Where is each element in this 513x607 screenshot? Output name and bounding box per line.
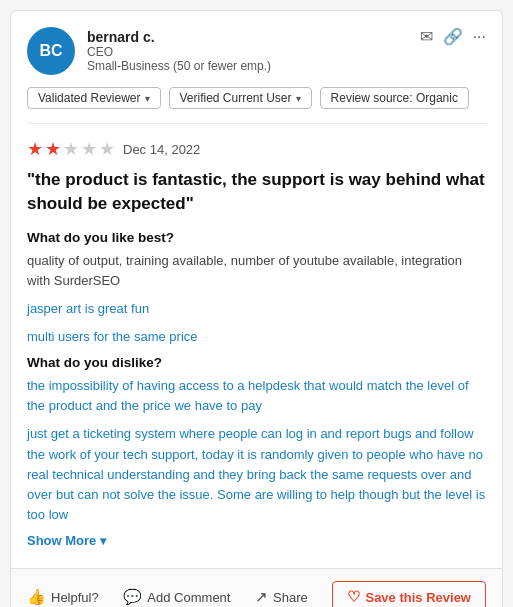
badge-label: Review source: Organic: [331, 91, 458, 105]
add-comment-label: Add Comment: [147, 590, 230, 605]
review-text-likes-extra1: jasper art is great fun: [27, 299, 486, 319]
save-review-label: Save this Review: [365, 590, 471, 605]
helpful-button[interactable]: 👍 Helpful?: [27, 588, 99, 606]
user-info: BC bernard c. CEO Small-Business (50 or …: [27, 27, 271, 75]
comment-icon: 💬: [123, 588, 142, 606]
badge-verified-user[interactable]: Verified Current User ▾: [169, 87, 312, 109]
review-text-dislikes-extra1: just get a ticketing system where people…: [27, 424, 486, 525]
badges: Validated Reviewer ▾ Verified Current Us…: [27, 87, 486, 109]
section-heading-likes: What do you like best?: [27, 230, 486, 245]
share-icon: ↗: [255, 588, 268, 606]
share-button[interactable]: ↗ Share: [255, 588, 308, 606]
review-title: "the product is fantastic, the support i…: [27, 168, 486, 216]
badge-label: Validated Reviewer: [38, 91, 141, 105]
star-rating: ★ ★ ★ ★ ★: [27, 138, 115, 160]
review-card: BC bernard c. CEO Small-Business (50 or …: [10, 10, 503, 607]
share-label: Share: [273, 590, 308, 605]
chevron-down-icon: ▾: [100, 534, 106, 548]
show-more-label: Show More: [27, 533, 96, 548]
badge-validated-reviewer[interactable]: Validated Reviewer ▾: [27, 87, 161, 109]
link-icon[interactable]: 🔗: [443, 27, 463, 46]
review-text-likes-extra2: multi users for the same price: [27, 327, 486, 347]
star-1: ★: [27, 138, 43, 160]
heart-icon: ♡: [347, 588, 360, 606]
helpful-label: Helpful?: [51, 590, 99, 605]
user-details: bernard c. CEO Small-Business (50 or few…: [87, 29, 271, 73]
chevron-down-icon: ▾: [296, 93, 301, 104]
star-3: ★: [63, 138, 79, 160]
footer: 👍 Helpful? 💬 Add Comment ↗ Share ♡ Save …: [11, 568, 502, 607]
avatar: BC: [27, 27, 75, 75]
review-text-likes: quality of output, training available, n…: [27, 251, 486, 291]
add-comment-button[interactable]: 💬 Add Comment: [123, 588, 230, 606]
badge-label: Verified Current User: [180, 91, 292, 105]
user-name: bernard c.: [87, 29, 271, 45]
user-company: Small-Business (50 or fewer emp.): [87, 59, 271, 73]
review-text-dislikes: the impossibility of having access to a …: [27, 376, 486, 416]
rating-row: ★ ★ ★ ★ ★ Dec 14, 2022: [27, 138, 486, 160]
mail-icon[interactable]: ✉: [420, 27, 433, 46]
badge-review-source: Review source: Organic: [320, 87, 469, 109]
divider: [27, 123, 486, 124]
more-icon[interactable]: ···: [473, 28, 486, 46]
review-header: BC bernard c. CEO Small-Business (50 or …: [27, 27, 486, 75]
section-heading-dislikes: What do you dislike?: [27, 355, 486, 370]
show-more-button[interactable]: Show More ▾: [27, 533, 486, 548]
review-date: Dec 14, 2022: [123, 142, 200, 157]
header-actions: ✉ 🔗 ···: [420, 27, 486, 46]
star-5: ★: [99, 138, 115, 160]
save-review-button[interactable]: ♡ Save this Review: [332, 581, 486, 607]
star-2: ★: [45, 138, 61, 160]
star-4: ★: [81, 138, 97, 160]
chevron-down-icon: ▾: [145, 93, 150, 104]
user-role: CEO: [87, 45, 271, 59]
thumbs-up-icon: 👍: [27, 588, 46, 606]
